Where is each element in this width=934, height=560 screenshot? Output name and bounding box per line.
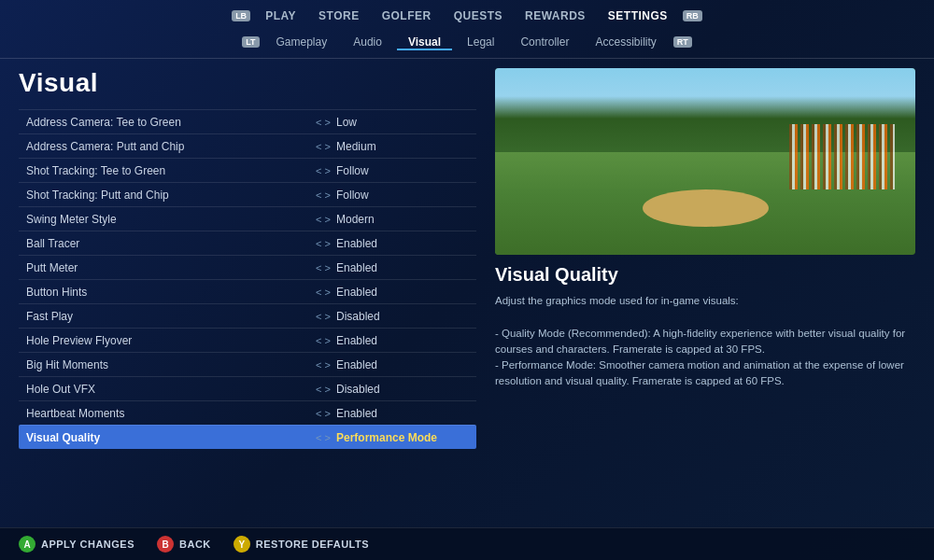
row-label: Big Hit Moments	[19, 358, 310, 371]
row-visual-quality[interactable]: Visual Quality < > Performance Mode	[19, 425, 476, 449]
row-value: Enabled	[336, 237, 476, 250]
rb-badge: RB	[683, 10, 702, 21]
b-badge: B	[157, 536, 174, 553]
row-label: Putt Meter	[19, 261, 310, 274]
row-label: Ball Tracer	[19, 237, 310, 250]
subnav-visual[interactable]: Visual	[397, 34, 452, 50]
bottom-bar: A APPLY CHANGES B BACK Y RESTORE DEFAULT…	[0, 527, 934, 560]
row-label: Button Hints	[19, 286, 310, 299]
apply-changes-action[interactable]: A APPLY CHANGES	[19, 536, 134, 553]
row-address-camera-tee[interactable]: Address Camera: Tee to Green < > Low	[19, 109, 476, 133]
row-value: Follow	[336, 164, 476, 177]
subnav-gameplay[interactable]: Gameplay	[265, 34, 339, 50]
info-description: Adjust the graphics mode used for in-gam…	[495, 293, 915, 390]
right-panel: Visual Quality Adjust the graphics mode …	[495, 68, 915, 449]
row-arrows: < >	[310, 117, 336, 128]
row-arrows: < >	[310, 384, 336, 395]
row-label: Swing Meter Style	[19, 213, 310, 226]
subnav-accessibility[interactable]: Accessibility	[584, 34, 667, 50]
row-ball-tracer[interactable]: Ball Tracer < > Enabled	[19, 231, 476, 255]
row-label: Address Camera: Tee to Green	[19, 116, 310, 129]
restore-defaults-action[interactable]: Y RESTORE DEFAULTS	[234, 536, 369, 553]
row-label: Hole Preview Flyover	[19, 334, 310, 347]
nav-golfer[interactable]: GOLFER	[373, 7, 441, 24]
sub-nav: LT Gameplay Audio Visual Legal Controlle…	[0, 30, 934, 59]
row-arrows: < >	[310, 141, 336, 152]
row-value: Enabled	[336, 286, 476, 299]
row-label: Address Camera: Putt and Chip	[19, 140, 310, 153]
row-arrows: < >	[310, 238, 336, 249]
row-value: Medium	[336, 140, 476, 153]
row-arrows: < >	[310, 432, 336, 443]
row-arrows: < >	[310, 262, 336, 273]
back-label: BACK	[179, 539, 211, 550]
row-label: Shot Tracking: Putt and Chip	[19, 189, 310, 202]
row-arrows: < >	[310, 165, 336, 176]
main-content: Visual Address Camera: Tee to Green < > …	[0, 59, 934, 458]
rt-badge: RT	[673, 36, 692, 48]
row-value: Performance Mode	[336, 431, 476, 444]
a-badge: A	[19, 536, 35, 553]
course-preview-image	[495, 68, 915, 255]
row-arrows: < >	[310, 311, 336, 322]
row-arrows: < >	[310, 359, 336, 371]
page-title: Visual	[19, 68, 476, 98]
row-value: Enabled	[336, 358, 476, 371]
apply-changes-label: APPLY CHANGES	[41, 539, 134, 550]
row-value: Low	[336, 116, 476, 129]
nav-quests[interactable]: QUESTS	[445, 7, 512, 24]
row-value: Disabled	[336, 383, 476, 396]
row-big-hit[interactable]: Big Hit Moments < > Enabled	[19, 352, 476, 376]
main-container: LB PLAY STORE GOLFER QUESTS REWARDS SETT…	[0, 0, 934, 560]
row-value: Modern	[336, 213, 476, 226]
subnav-controller[interactable]: Controller	[509, 34, 580, 50]
row-value: Disabled	[336, 310, 476, 323]
row-fast-play[interactable]: Fast Play < > Disabled	[19, 303, 476, 328]
nav-rewards[interactable]: REWARDS	[516, 7, 595, 24]
nav-store[interactable]: STORE	[309, 7, 369, 24]
row-shot-tracking-tee[interactable]: Shot Tracking: Tee to Green < > Follow	[19, 158, 476, 182]
restore-defaults-label: RESTORE DEFAULTS	[256, 539, 369, 550]
row-arrows: < >	[310, 287, 336, 298]
left-panel: Visual Address Camera: Tee to Green < > …	[19, 68, 476, 449]
lb-badge: LB	[232, 10, 250, 21]
info-title: Visual Quality	[495, 264, 915, 286]
nav-settings[interactable]: SETTINGS	[599, 7, 677, 24]
row-arrows: < >	[310, 408, 336, 419]
row-hole-out-vfx[interactable]: Hole Out VFX < > Disabled	[19, 376, 476, 400]
row-hole-preview[interactable]: Hole Preview Flyover < > Enabled	[19, 328, 476, 352]
lt-badge: LT	[242, 36, 259, 48]
row-button-hints[interactable]: Button Hints < > Enabled	[19, 279, 476, 303]
row-value: Enabled	[336, 261, 476, 274]
row-heartbeat[interactable]: Heartbeat Moments < > Enabled	[19, 400, 476, 425]
row-arrows: < >	[310, 335, 336, 346]
settings-table: Address Camera: Tee to Green < > Low Add…	[19, 109, 476, 449]
row-arrows: < >	[310, 214, 336, 225]
row-label: Shot Tracking: Tee to Green	[19, 164, 310, 177]
nav-play[interactable]: PLAY	[256, 7, 305, 24]
row-value: Enabled	[336, 407, 476, 420]
row-value: Follow	[336, 189, 476, 202]
row-label: Visual Quality	[19, 431, 310, 444]
row-shot-tracking-putt[interactable]: Shot Tracking: Putt and Chip < > Follow	[19, 182, 476, 206]
row-arrows: < >	[310, 189, 336, 201]
back-action[interactable]: B BACK	[157, 536, 211, 553]
top-nav: LB PLAY STORE GOLFER QUESTS REWARDS SETT…	[0, 0, 934, 30]
row-value: Enabled	[336, 334, 476, 347]
y-badge: Y	[234, 536, 250, 553]
subnav-audio[interactable]: Audio	[342, 34, 393, 50]
row-putt-meter[interactable]: Putt Meter < > Enabled	[19, 255, 476, 279]
row-swing-meter[interactable]: Swing Meter Style < > Modern	[19, 206, 476, 231]
subnav-legal[interactable]: Legal	[456, 34, 505, 50]
row-label: Heartbeat Moments	[19, 407, 310, 420]
row-address-camera-putt[interactable]: Address Camera: Putt and Chip < > Medium	[19, 133, 476, 158]
info-section: Visual Quality Adjust the graphics mode …	[495, 264, 915, 390]
row-label: Hole Out VFX	[19, 383, 310, 396]
row-label: Fast Play	[19, 310, 310, 323]
